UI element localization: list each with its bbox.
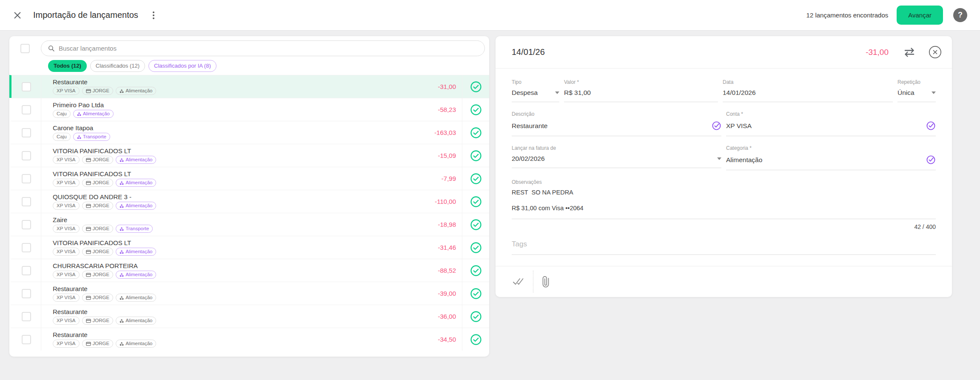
approve-check-button[interactable] — [462, 167, 489, 190]
transaction-tag-chip: Alimentação — [116, 179, 156, 187]
transaction-row[interactable]: Primeiro Pao Ltda Caju — [9, 98, 489, 121]
filter-pill[interactable]: Classificados por IA (8) — [148, 60, 217, 72]
double-check-icon[interactable] — [513, 277, 524, 286]
chip-label: Transporte — [125, 226, 149, 232]
transaction-name: Carone Itapoa — [53, 124, 414, 131]
filter-pill[interactable]: Todos (12) — [48, 60, 87, 72]
transaction-amount: -36,00 — [414, 305, 462, 328]
transaction-chips: XP VISA JORGE — [53, 317, 414, 325]
check-circle-icon — [470, 334, 482, 346]
row-checkbox[interactable] — [22, 174, 31, 183]
approve-check-button[interactable] — [462, 259, 489, 282]
row-checkbox[interactable] — [22, 312, 31, 321]
transaction-row[interactable]: Carone Itapoa Caju — [9, 121, 489, 144]
row-checkbox[interactable] — [22, 128, 31, 137]
transaction-tag-chip: Alimentação — [116, 340, 156, 348]
approve-check-button[interactable] — [462, 144, 489, 167]
row-checkbox[interactable] — [22, 335, 31, 344]
approve-check-button[interactable] — [462, 121, 489, 144]
approve-check-button[interactable] — [462, 328, 489, 351]
transaction-row[interactable]: Restaurante XP VISA — [9, 75, 489, 98]
approve-check-button[interactable] — [462, 75, 489, 98]
transaction-tag-chip: XP VISA — [53, 179, 80, 187]
repeticao-select[interactable]: Única — [897, 85, 936, 102]
category-icon — [77, 112, 81, 116]
transaction-name: VITORIA PANIFICADOS LT — [53, 170, 414, 177]
swap-type-icon[interactable] — [903, 47, 916, 57]
field-label: Descrição — [512, 111, 721, 117]
category-icon — [120, 204, 124, 208]
select-all-checkbox[interactable] — [20, 44, 30, 53]
row-checkbox[interactable] — [22, 220, 31, 229]
chip-label: JORGE — [93, 249, 110, 255]
category-icon — [120, 250, 124, 254]
transaction-row[interactable]: VITORIA PANIFICADOS LT XP VISA — [9, 236, 489, 259]
row-checkbox[interactable] — [22, 105, 31, 114]
check-circle-icon — [470, 219, 482, 231]
transaction-tag-chip: XP VISA — [53, 340, 80, 348]
chevron-down-icon[interactable] — [555, 91, 559, 94]
conta-select[interactable]: XP VISA — [726, 117, 936, 136]
advance-button[interactable]: Avançar — [897, 6, 943, 25]
transaction-tag-chip: XP VISA — [53, 294, 80, 302]
transaction-amount: -34,50 — [414, 328, 462, 351]
close-circle-icon[interactable] — [929, 46, 942, 59]
field-tipo: Tipo Despesa — [512, 70, 559, 102]
check-circle-icon — [470, 196, 482, 208]
approve-check-button[interactable] — [462, 213, 489, 236]
help-icon[interactable]: ? — [953, 8, 967, 22]
category-icon — [120, 89, 124, 93]
chevron-down-icon[interactable] — [717, 157, 721, 160]
categoria-select[interactable]: Alimentação — [726, 151, 936, 170]
transaction-row[interactable]: VITORIA PANIFICADOS LT XP VISA — [9, 167, 489, 190]
row-checkbox[interactable] — [22, 289, 31, 298]
transaction-name: Restaurante — [53, 78, 414, 86]
transaction-row[interactable]: Restaurante XP VISA — [9, 328, 489, 351]
descricao-input[interactable]: Restaurante — [512, 117, 721, 136]
fatura-select[interactable]: 20/02/2026 — [512, 151, 721, 168]
chip-label: Alimentação — [125, 317, 152, 324]
search-box[interactable] — [41, 40, 485, 56]
transaction-tag-chip: XP VISA — [53, 317, 80, 325]
field-repeticao: Repetição Única — [897, 70, 936, 102]
approve-check-button[interactable] — [462, 190, 489, 213]
transaction-row[interactable]: QUIOSQUE DO ANDRE 3 - XP VISA — [9, 190, 489, 213]
transaction-tag-chip: JORGE — [82, 202, 114, 210]
transaction-row[interactable]: Zaire XP VISA — [9, 213, 489, 236]
tags-input[interactable] — [512, 237, 936, 255]
transaction-row[interactable]: Restaurante XP VISA — [9, 305, 489, 328]
data-input[interactable]: 14/01/2026 — [723, 85, 893, 102]
kebab-menu-icon[interactable] — [151, 10, 156, 21]
approve-check-button[interactable] — [462, 98, 489, 121]
transaction-row[interactable]: VITORIA PANIFICADOS LT XP VISA — [9, 144, 489, 167]
approve-check-button[interactable] — [462, 282, 489, 305]
approve-check-button[interactable] — [462, 236, 489, 259]
field-value: Alimentação — [726, 156, 926, 164]
close-icon[interactable] — [13, 11, 22, 20]
row-checkbox[interactable] — [22, 197, 31, 206]
transaction-amount: -88,52 — [414, 259, 462, 282]
chip-label: XP VISA — [57, 249, 76, 255]
category-icon — [120, 158, 124, 162]
transaction-tag-chip: Alimentação — [116, 294, 156, 302]
approve-check-button[interactable] — [462, 305, 489, 328]
transaction-row[interactable]: Restaurante XP VISA — [9, 282, 489, 305]
search-input[interactable] — [59, 45, 478, 52]
transaction-amount: -7,99 — [414, 167, 462, 190]
transaction-tag-chip: JORGE — [82, 294, 114, 302]
row-checkbox[interactable] — [22, 151, 31, 160]
tipo-select[interactable]: Despesa — [512, 85, 559, 102]
card-icon — [86, 89, 91, 93]
row-checkbox[interactable] — [22, 82, 31, 91]
row-checkbox[interactable] — [22, 243, 31, 252]
filter-pill[interactable]: Classificados (12) — [90, 60, 145, 72]
observacoes-textarea[interactable]: REST SO NA PEDRA R$ 31,00 com Visa ••206… — [512, 185, 936, 219]
valor-input[interactable]: R$ 31,00 — [564, 85, 718, 102]
card-icon — [86, 273, 91, 277]
check-circle-icon — [470, 104, 482, 116]
paperclip-icon[interactable] — [538, 274, 554, 290]
row-checkbox[interactable] — [22, 266, 31, 275]
chevron-down-icon[interactable] — [932, 91, 936, 94]
transaction-row[interactable]: CHURRASCARIA PORTEIRA XP VISA — [9, 259, 489, 282]
chip-label: JORGE — [93, 317, 110, 324]
